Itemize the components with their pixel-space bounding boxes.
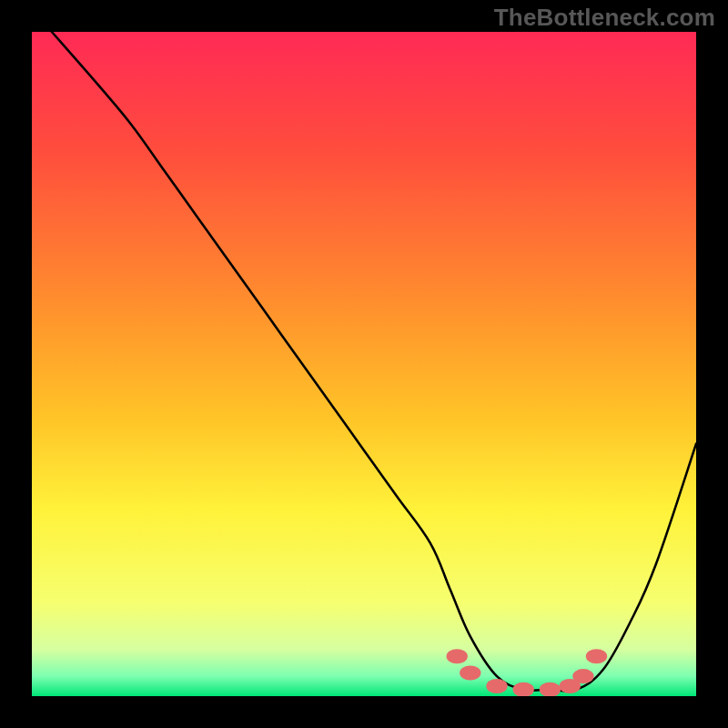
highlight-marker [540, 682, 561, 696]
highlight-marker [486, 679, 507, 693]
highlight-marker [513, 682, 534, 696]
chart-frame: TheBottleneck.com [0, 0, 728, 728]
highlight-markers [447, 649, 608, 696]
plot-area [32, 32, 696, 696]
highlight-marker [572, 669, 593, 683]
highlight-marker [586, 649, 607, 663]
bottleneck-curve [52, 32, 696, 691]
curve-layer [32, 32, 696, 696]
highlight-marker [447, 649, 468, 663]
watermark-text: TheBottleneck.com [494, 4, 715, 32]
highlight-marker [460, 665, 480, 680]
